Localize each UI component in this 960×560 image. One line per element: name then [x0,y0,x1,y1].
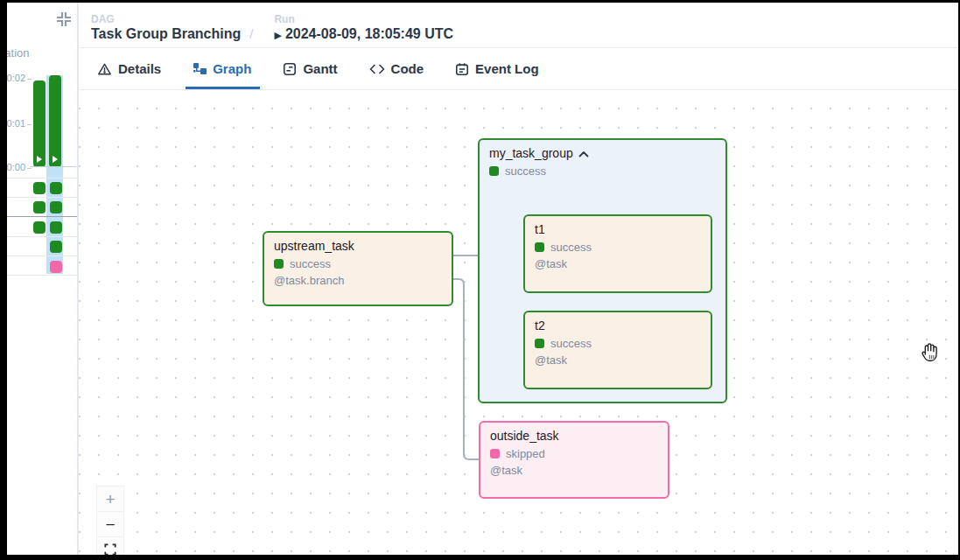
code-brackets-icon [369,63,385,75]
node-my-task-group[interactable]: my_task_group success t1 success [478,138,727,403]
node-outside-task[interactable]: outside_task skipped @task [479,421,669,499]
success-status-icon [489,166,499,176]
run-value: 2024-08-09, 18:05:49 UTC [285,26,453,41]
breadcrumb-header: DAG Task Group Branching / Run ▶2024-08-… [79,3,958,48]
task-status-square-skipped[interactable] [50,261,62,273]
node-decorator: @task [535,257,701,270]
zoom-in-button[interactable]: + [96,486,124,511]
axis-tick-0002: 00:02 [7,73,32,83]
tab-code[interactable]: Code [368,48,426,89]
runs-sidebar: ration 00:02 00:01 00:00 [7,3,77,555]
fullscreen-brackets-icon [104,542,116,556]
node-title: outside_task [490,429,658,443]
node-title: t1 [535,222,701,236]
calendar-list-icon [455,62,469,76]
tab-bar: Details Graph [79,48,958,90]
success-status-icon [535,242,544,252]
collapse-sidebar-button[interactable] [54,10,74,30]
app-window: ration 00:02 00:01 00:00 DAG Task Group … [7,3,958,555]
axis-tick-0000: 00:00 [7,162,32,172]
tab-event-log[interactable]: Event Log [453,48,541,89]
dag-run-bar-2-selected[interactable] [49,75,61,167]
row-separator [7,236,77,237]
node-title: t2 [535,318,701,332]
tab-gantt[interactable]: Gantt [281,48,339,89]
task-status-square-success[interactable] [50,182,62,194]
tab-graph[interactable]: Graph [191,48,253,89]
skipped-status-icon [490,449,500,458]
row-separator [7,256,77,256]
row-separator [7,275,77,276]
task-status-square-success[interactable] [50,241,62,253]
run-play-icon: ▶ [274,30,281,40]
success-status-icon [535,339,544,348]
tab-label: Event Log [475,61,539,76]
canvas-controls: + − [96,486,124,555]
node-title: upstream_task [274,239,442,253]
edge-upstream-to-outside [453,279,479,459]
dag-run-bar-1[interactable] [33,80,46,167]
node-t2[interactable]: t2 success @task [523,311,712,389]
collapse-arrows-icon [55,18,73,31]
task-status-square-success[interactable] [33,201,46,214]
success-status-icon [274,259,284,269]
node-status: skipped [506,447,545,460]
play-triangle-icon [53,156,58,163]
row-separator [7,178,77,178]
group-status: success [505,164,546,178]
hand-grab-cursor-icon [917,340,941,364]
duration-axis-label: ration [7,46,30,60]
group-title: my_task_group [489,146,573,160]
breadcrumb-run: Run ▶2024-08-09, 18:05:49 UTC [274,13,453,42]
dag-label: DAG [91,13,241,25]
breadcrumb-separator: / [249,26,253,42]
run-selector[interactable]: ▶2024-08-09, 18:05:49 UTC [274,26,453,42]
duration-axis-baseline [30,166,76,167]
node-decorator: @task.branch [274,274,442,287]
node-status: success [290,257,331,270]
document-lines-icon [283,62,297,76]
node-upstream-task[interactable]: upstream_task success @task.branch [263,231,453,306]
main-panel: DAG Task Group Branching / Run ▶2024-08-… [79,3,958,555]
graph-canvas[interactable]: upstream_task success @task.branch my_ta… [79,90,958,555]
play-triangle-icon [37,156,42,163]
tab-label: Code [391,61,424,76]
node-t1[interactable]: t1 success @task [523,214,712,293]
breadcrumb-dag: DAG Task Group Branching [91,13,241,42]
node-decorator: @task [535,354,701,367]
task-status-square-success[interactable] [33,221,46,234]
axis-tick-0001: 00:01 [7,118,32,129]
tab-label: Gantt [303,61,337,76]
row-separator [7,197,77,198]
tab-label: Details [118,61,161,76]
node-status: success [550,337,592,350]
tab-label: Graph [213,61,251,76]
fit-view-button[interactable] [96,536,124,555]
chevron-up-icon[interactable] [578,146,589,160]
dag-name-link[interactable]: Task Group Branching [91,26,241,42]
warning-triangle-icon [97,62,112,76]
tab-details[interactable]: Details [95,48,163,89]
row-separator-dark [7,216,77,217]
task-status-square-success[interactable] [50,201,62,214]
zoom-out-button[interactable]: − [96,511,124,536]
graph-nodes-icon [193,62,207,76]
task-status-square-success[interactable] [33,182,46,194]
node-decorator: @task [490,464,658,477]
task-status-square-success[interactable] [50,221,62,234]
node-status: success [550,241,592,254]
run-label: Run [274,13,453,25]
